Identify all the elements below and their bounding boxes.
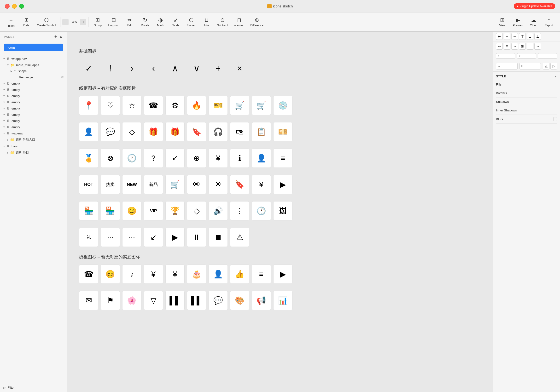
close-button[interactable] bbox=[5, 4, 10, 9]
zoom-out-button[interactable]: − bbox=[62, 19, 69, 25]
icon-phone2[interactable]: ☎ bbox=[79, 265, 98, 284]
distribute-h-button[interactable]: ⇔ bbox=[496, 43, 503, 49]
canvas[interactable]: 基础图标 ✓ ! › ‹ ∧ ∨ + × 线框图标 – 有对应的实底图标 📍 ♡… bbox=[67, 32, 493, 392]
icon-mail[interactable]: ✉ bbox=[79, 291, 98, 310]
icon-filter[interactable]: ▽ bbox=[144, 291, 163, 310]
borders-row[interactable]: Borders bbox=[496, 89, 557, 98]
icon-yen4[interactable]: ¥ bbox=[165, 265, 185, 284]
insert-button[interactable]: ＋ Insert bbox=[4, 15, 18, 29]
icon-message2[interactable]: 💬 bbox=[209, 291, 228, 310]
basic-icon-up[interactable]: ∧ bbox=[165, 59, 185, 78]
icon-thumbsup[interactable]: 👍 bbox=[230, 265, 249, 284]
icon-smile[interactable]: 😊 bbox=[122, 201, 141, 220]
create-symbol-button[interactable]: ⬡ Create Symbol bbox=[35, 16, 58, 29]
resize-button[interactable]: ⊞ bbox=[519, 43, 526, 49]
layer-item-bars[interactable]: ▼ 🖥 bars bbox=[0, 143, 67, 149]
icon-flag[interactable]: ⚑ bbox=[101, 291, 120, 310]
icon-user2[interactable]: 👤 bbox=[209, 265, 228, 284]
subtract-button[interactable]: ⊖ Subtract bbox=[215, 16, 230, 29]
icon-cake[interactable]: 🎂 bbox=[187, 265, 206, 284]
layer-item-empty-4[interactable]: ▼ 🖥 empty bbox=[0, 99, 67, 105]
icon-chart1[interactable]: ▌▌ bbox=[165, 291, 185, 310]
align-center-h-button[interactable]: ⊣ bbox=[504, 33, 510, 40]
icon-gift2[interactable]: 🎁 bbox=[165, 122, 185, 141]
icon-cart-heart[interactable]: 🛒 bbox=[165, 175, 185, 194]
add-page-button[interactable]: + bbox=[54, 34, 57, 39]
pages-actions[interactable]: + ▲ bbox=[54, 34, 63, 39]
icon-gear[interactable]: ⚙ bbox=[165, 96, 185, 115]
h-field[interactable]: H bbox=[520, 63, 541, 69]
layer-item-circle-nav[interactable]: ▶ 📁 圆角-导航入口 bbox=[0, 136, 67, 143]
icon-eye1[interactable]: 👁 bbox=[187, 175, 206, 194]
icon-pause[interactable]: ⏸ bbox=[187, 228, 206, 247]
flip-h-button[interactable]: ↕ bbox=[527, 43, 533, 49]
icon-question[interactable]: ? bbox=[144, 148, 163, 168]
layer-item-empty-3[interactable]: ▼ 🖥 empty bbox=[0, 93, 67, 99]
icon-receipt1[interactable]: 📋 bbox=[252, 122, 271, 141]
icon-list2[interactable]: ≡ bbox=[252, 265, 271, 284]
icon-volume[interactable]: 🔊 bbox=[209, 201, 228, 220]
blurs-toggle[interactable] bbox=[553, 117, 557, 121]
traffic-lights[interactable] bbox=[5, 4, 24, 9]
layer-item-more-mini-apps[interactable]: ▼ 📁 more_mini_apps bbox=[0, 62, 67, 68]
icon-star[interactable]: ☆ bbox=[122, 96, 141, 115]
icon-stop[interactable]: ⏹ bbox=[209, 228, 228, 247]
icon-medal[interactable]: 🏅 bbox=[79, 148, 98, 168]
icon-gift1[interactable]: 🎁 bbox=[144, 122, 163, 141]
icon-diamond2[interactable]: ◇ bbox=[187, 201, 206, 220]
icon-alert[interactable]: ⚠ bbox=[230, 228, 249, 247]
rotate-button[interactable]: ↻ Rotate bbox=[138, 16, 152, 29]
layer-item-weapp-nav[interactable]: ▼ 🖥 weapp-nav bbox=[0, 56, 67, 62]
angle-input[interactable] bbox=[540, 54, 554, 58]
icon-ticket[interactable]: 🎫 bbox=[209, 96, 228, 115]
icon-yen[interactable]: ¥ bbox=[209, 148, 228, 168]
icon-trophy[interactable]: 🏆 bbox=[165, 201, 185, 220]
mask-button[interactable]: ◑ Mask bbox=[153, 16, 168, 29]
x-field[interactable]: X bbox=[496, 53, 515, 59]
layer-item-empty-2[interactable]: ▼ 🖥 empty bbox=[0, 87, 67, 93]
icon-location[interactable]: 📍 bbox=[79, 96, 98, 115]
collapse-pages-button[interactable]: ▲ bbox=[59, 34, 63, 39]
icon-eye2[interactable]: 👁 bbox=[209, 175, 228, 194]
group-button[interactable]: ⊞ Group bbox=[90, 16, 105, 29]
basic-icon-check[interactable]: ✓ bbox=[79, 59, 98, 78]
icon-bag[interactable]: 🛍 bbox=[230, 122, 249, 141]
basic-icon-close[interactable]: × bbox=[230, 59, 249, 78]
align-bottom-button[interactable]: ⊥ bbox=[534, 33, 541, 40]
align-left-button[interactable]: ⊢ bbox=[496, 33, 503, 40]
fills-row[interactable]: Fills bbox=[496, 80, 557, 89]
h-input[interactable] bbox=[524, 64, 534, 68]
scale-button[interactable]: ⤢ Scale bbox=[169, 16, 183, 29]
export-button[interactable]: ↑ Export bbox=[542, 16, 556, 29]
basic-icon-right[interactable]: › bbox=[122, 59, 141, 78]
icon-receipt2[interactable]: 💴 bbox=[273, 122, 292, 141]
x-input[interactable] bbox=[500, 54, 510, 58]
basic-icon-plus[interactable]: + bbox=[209, 59, 228, 78]
icon-user[interactable]: 👤 bbox=[252, 148, 271, 168]
difference-button[interactable]: ⊕ Difference bbox=[248, 16, 266, 29]
icon-headphones[interactable]: 🎧 bbox=[209, 122, 228, 141]
icon-smile2[interactable]: 😊 bbox=[101, 265, 120, 284]
flip-button[interactable]: ▷ bbox=[550, 63, 557, 69]
icon-disc[interactable]: 💿 bbox=[273, 96, 292, 115]
mirror-button[interactable]: △ bbox=[543, 63, 550, 69]
y-field[interactable]: Y bbox=[517, 53, 536, 59]
angle-field[interactable] bbox=[538, 53, 557, 59]
layer-item-empty-6[interactable]: ▼ 🖥 empty bbox=[0, 111, 67, 118]
union-button[interactable]: ⊔ Union bbox=[199, 16, 214, 29]
intersect-button[interactable]: ⊓ Intersect bbox=[231, 16, 247, 29]
icon-yen3[interactable]: ¥ bbox=[144, 265, 163, 284]
icon-yen2[interactable]: ¥ bbox=[252, 175, 271, 194]
icon-megaphone[interactable]: 📢 bbox=[252, 291, 271, 310]
layer-item-empty-7[interactable]: ▼ 🖥 empty bbox=[0, 118, 67, 124]
align-center-v-button[interactable]: ⊥ bbox=[527, 33, 533, 40]
icon-clock2[interactable]: 🕐 bbox=[252, 201, 271, 220]
zoom-controls[interactable]: − 4% + 4% bbox=[62, 19, 86, 25]
icon-list[interactable]: ≡ bbox=[273, 148, 292, 168]
layer-item-empty-5[interactable]: ▼ 🖥 empty bbox=[0, 105, 67, 111]
icon-expand[interactable]: ↙ bbox=[144, 228, 163, 247]
basic-icon-down[interactable]: ∨ bbox=[187, 59, 206, 78]
icon-diamond[interactable]: ◇ bbox=[122, 122, 141, 141]
y-input[interactable] bbox=[522, 54, 531, 58]
icon-fire[interactable]: 🔥 bbox=[187, 96, 206, 115]
